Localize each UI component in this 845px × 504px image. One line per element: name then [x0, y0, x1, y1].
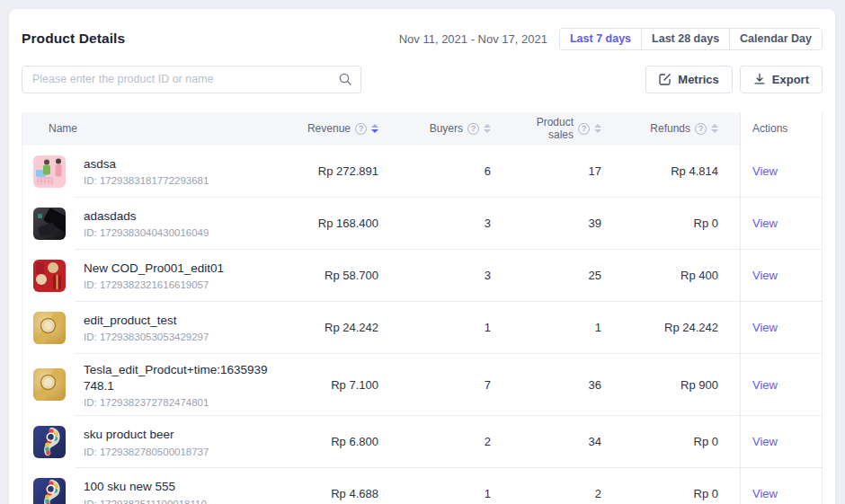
product-sales-value: 39: [512, 217, 623, 230]
column-header-product-sales-label: Product sales: [512, 116, 574, 141]
product-cell: asdsa ID: 1729383181772293681: [22, 148, 274, 194]
product-image: [33, 208, 66, 240]
sort-control-refunds[interactable]: [711, 124, 718, 133]
product-sales-value: 2: [512, 487, 623, 500]
buyers-value: 2: [400, 435, 512, 448]
table-row: sku product beer ID: 1729382780500018737…: [22, 416, 822, 468]
search-icon[interactable]: [339, 73, 351, 85]
column-header-product-sales: Product sales ?: [512, 116, 623, 141]
view-link[interactable]: View: [752, 217, 778, 230]
product-image: [33, 312, 66, 344]
product-name: sku product beer: [84, 427, 209, 443]
view-link[interactable]: View: [752, 164, 778, 178]
product-id: ID: 1729382780500018737: [84, 447, 209, 457]
product-cell: Tesla_edit_Prodcut+time:1635939748.1 ID:…: [22, 354, 274, 416]
card-header: Product Details Nov 11, 2021 - Nov 17, 2…: [9, 9, 835, 50]
product-cell: New COD_Pro001_edit01 ID: 17293823216166…: [22, 252, 274, 298]
toolbar-buttons: Metrics Export: [645, 66, 823, 93]
help-icon[interactable]: ?: [695, 123, 707, 135]
product-sales-value: 1: [512, 321, 623, 334]
product-table: Name Revenue ? Buyers ? Product sales ? …: [22, 112, 823, 504]
sort-control-product-sales[interactable]: [594, 124, 601, 133]
product-image: [33, 155, 66, 188]
export-button-label: Export: [772, 73, 809, 86]
search-box: [22, 66, 361, 93]
range-button-last-7-days[interactable]: Last 7 days: [560, 29, 642, 49]
buyers-value: 3: [400, 269, 512, 282]
export-button[interactable]: Export: [740, 66, 823, 93]
product-cell: sku product beer ID: 1729382780500018737: [22, 419, 274, 464]
product-name: 100 sku new 555: [84, 479, 207, 495]
date-controls: Nov 11, 2021 - Nov 17, 2021 Last 7 days …: [399, 28, 823, 50]
help-icon[interactable]: ?: [355, 123, 367, 135]
date-range-label: Nov 11, 2021 - Nov 17, 2021: [399, 32, 547, 46]
product-details-card: Product Details Nov 11, 2021 - Nov 17, 2…: [9, 9, 835, 504]
product-id: ID: 1729383181772293681: [84, 175, 209, 186]
column-header-actions: Actions: [740, 112, 822, 146]
product-id: ID: 1729383040430016049: [84, 227, 209, 238]
table-header-row: Name Revenue ? Buyers ? Product sales ? …: [22, 112, 822, 146]
sort-control-buyers[interactable]: [484, 124, 491, 133]
view-link[interactable]: View: [752, 487, 778, 500]
product-sales-value: 34: [512, 435, 623, 448]
column-header-revenue: Revenue ?: [274, 122, 400, 135]
buyers-value: 7: [400, 378, 512, 392]
edit-square-icon: [659, 73, 672, 85]
page-title: Product Details: [22, 31, 125, 47]
range-button-last-28-days[interactable]: Last 28 days: [642, 29, 730, 49]
view-link[interactable]: View: [752, 378, 778, 392]
table-row: edit_product_test ID: 172938305305342929…: [22, 302, 822, 354]
product-name: New COD_Pro001_edit01: [84, 261, 224, 277]
help-icon[interactable]: ?: [578, 123, 590, 135]
column-header-name: Name: [22, 122, 274, 135]
table-row: asdsa ID: 1729383181772293681 Rp 272.891…: [22, 146, 822, 198]
product-cell: adasdads ID: 1729383040430016049: [22, 200, 274, 246]
refunds-value: Rp 24.242: [623, 321, 740, 334]
refunds-value: Rp 4.814: [623, 164, 740, 178]
revenue-value: Rp 272.891: [274, 164, 400, 178]
buyers-value: 1: [400, 487, 512, 500]
column-header-refunds: Refunds ?: [623, 122, 740, 135]
product-image: [33, 368, 66, 401]
column-header-buyers: Buyers ?: [400, 122, 512, 135]
table-row: 100 sku new 555 ID: 1729382511100018110 …: [22, 468, 822, 504]
revenue-value: Rp 58.700: [274, 269, 400, 282]
table-row: Tesla_edit_Prodcut+time:1635939748.1 ID:…: [22, 354, 822, 416]
column-header-revenue-label: Revenue: [307, 122, 351, 135]
product-image: [33, 426, 66, 458]
metrics-button-label: Metrics: [678, 73, 719, 86]
product-sales-value: 17: [512, 164, 623, 178]
product-name: Tesla_edit_Prodcut+time:1635939748.1: [84, 362, 274, 394]
product-sales-value: 25: [512, 269, 623, 282]
product-cell: 100 sku new 555 ID: 1729382511100018110: [22, 471, 274, 504]
product-image: [33, 260, 66, 292]
product-name: asdsa: [84, 156, 209, 172]
download-icon: [753, 73, 766, 85]
revenue-value: Rp 7.100: [274, 378, 400, 392]
product-name: adasdads: [84, 208, 209, 225]
product-id: ID: 1729382372782474801: [84, 397, 274, 408]
product-id: ID: 1729382511100018110: [84, 499, 207, 504]
view-link[interactable]: View: [752, 435, 778, 448]
refunds-value: Rp 400: [623, 269, 740, 282]
product-cell: edit_product_test ID: 172938305305342929…: [22, 305, 274, 350]
product-sales-value: 36: [512, 378, 623, 392]
column-header-buyers-label: Buyers: [430, 122, 463, 135]
product-id: ID: 1729382321616619057: [84, 279, 224, 290]
buyers-value: 1: [400, 321, 512, 334]
view-link[interactable]: View: [752, 269, 778, 282]
metrics-button[interactable]: Metrics: [645, 66, 733, 93]
sort-control-revenue[interactable]: [371, 124, 378, 133]
product-name: edit_product_test: [84, 313, 209, 329]
toolbar: Metrics Export: [9, 66, 835, 93]
range-button-calendar-day[interactable]: Calendar Day: [730, 29, 822, 49]
view-link[interactable]: View: [752, 321, 778, 334]
buyers-value: 6: [400, 164, 512, 178]
revenue-value: Rp 24.242: [274, 321, 400, 334]
table-row: New COD_Pro001_edit01 ID: 17293823216166…: [22, 250, 822, 302]
revenue-value: Rp 6.800: [274, 435, 400, 448]
revenue-value: Rp 168.400: [274, 217, 400, 230]
search-input[interactable]: [22, 66, 361, 93]
help-icon[interactable]: ?: [467, 123, 479, 135]
refunds-value: Rp 0: [623, 217, 740, 230]
